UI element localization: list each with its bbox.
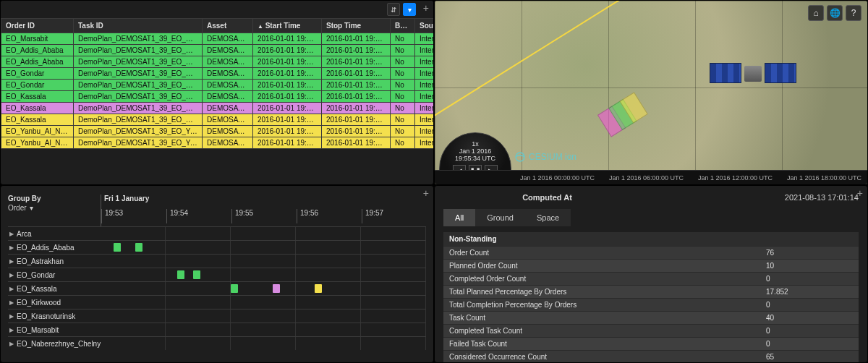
gantt-bar[interactable]	[231, 284, 238, 293]
timeline-tick: Jan 1 2016 00:00:00 UTC	[520, 174, 595, 182]
table-cell: 2016-01-01 19:57:44	[322, 126, 391, 137]
gantt-row-label: ▶EO_Naberezhnye_Chelny	[8, 340, 101, 348]
table-cell: DEMOSAT1-DE	[203, 126, 253, 137]
metric-value: 76	[766, 249, 853, 257]
collapse-button[interactable]: ⇵	[387, 3, 400, 16]
table-row[interactable]: EO_Yanbu_Al_NakhalDemoPlan_DEMOSAT1_39_E…	[1, 137, 435, 149]
expand-triangle-icon[interactable]: ▶	[9, 258, 14, 265]
globe-icon[interactable]: 🌐	[827, 5, 843, 21]
gantt-row[interactable]: ▶EO_Addis_Ababa	[8, 240, 426, 254]
expand-triangle-icon[interactable]: ▶	[9, 272, 14, 278]
table-cell: Internal Plan	[415, 137, 435, 149]
table-cell: DemoPlan_DEMOSAT1_39_EO_Addis_Abab	[74, 56, 203, 68]
sensor-footprint	[597, 93, 647, 137]
chevron-down-icon: ▾	[30, 204, 33, 212]
gantt-bar[interactable]	[114, 243, 121, 252]
gantt-bar[interactable]	[273, 284, 280, 293]
table-cell: EO_Addis_Ababa	[1, 45, 74, 56]
table-cell: EO_Kassala	[1, 91, 74, 103]
metric-value: 0	[766, 301, 853, 309]
table-cell: 2016-01-01 19:57:55	[253, 137, 322, 149]
expand-triangle-icon[interactable]: ▶	[9, 341, 14, 347]
viewer-timeline[interactable]: Jan 1 2016 00:00:00 UTCJan 1 2016 06:00:…	[435, 170, 867, 184]
expand-triangle-icon[interactable]: ▶	[9, 286, 14, 292]
tab-ground[interactable]: Ground	[475, 209, 525, 226]
column-header[interactable]: Bonus	[391, 19, 415, 33]
metric-value: 17.852	[766, 288, 853, 296]
table-cell: Internal Plan	[415, 126, 435, 137]
gantt-tick: 19:54	[166, 209, 231, 223]
table-cell: Internal Plan	[415, 80, 435, 91]
timeline-tick: Jan 1 2016 12:00:00 UTC	[698, 174, 773, 182]
gantt-bar[interactable]	[193, 270, 200, 279]
table-cell: DEMOSAT1-DE	[203, 80, 253, 91]
gantt-lane	[101, 282, 426, 295]
column-header[interactable]: Source	[415, 19, 435, 33]
table-cell: EO_Marsabit	[1, 33, 74, 45]
expand-triangle-icon[interactable]: ▶	[9, 313, 14, 320]
expand-triangle-icon[interactable]: ▶	[9, 244, 14, 251]
expand-triangle-icon[interactable]: ▶	[9, 327, 14, 333]
table-cell: 2016-01-01 19:54:04	[253, 68, 322, 80]
gantt-row-label: ▶EO_Gondar	[8, 271, 101, 279]
table-cell: Internal Plan	[415, 103, 435, 114]
table-cell: 2016-01-01 19:53:03	[253, 45, 322, 56]
column-header[interactable]: Task ID	[74, 19, 203, 33]
filter-button[interactable]: ▾	[403, 3, 416, 16]
table-row[interactable]: EO_GondarDemoPlan_DEMOSAT1_39_EO_Gondar_…	[1, 80, 435, 91]
gantt-row-label: ▶EO_Krasnoturinsk	[8, 312, 101, 320]
metric-value: 0	[766, 275, 853, 283]
table-cell: DEMOSAT1-DE	[203, 33, 253, 45]
tab-all[interactable]: All	[443, 209, 475, 226]
gantt-row[interactable]: ▶EO_Kirkwood	[8, 295, 426, 309]
table-cell: DEMOSAT1-DE	[203, 68, 253, 80]
table-cell: DemoPlan_DEMOSAT1_39_EO_Gondar_PAN	[74, 68, 203, 80]
gantt-bar[interactable]	[315, 284, 322, 293]
table-row[interactable]: EO_KassalaDemoPlan_DEMOSAT1_39_EO_Kassal…	[1, 114, 435, 126]
gantt-row[interactable]: ▶EO_Naberezhnye_Chelny	[8, 336, 426, 350]
gantt-row[interactable]: ▶Arca	[8, 226, 426, 240]
table-row[interactable]: EO_Addis_AbabaDemoPlan_DEMOSAT1_39_EO_Ad…	[1, 45, 435, 56]
column-header[interactable]: Order ID	[1, 19, 74, 33]
table-row[interactable]: EO_GondarDemoPlan_DEMOSAT1_39_EO_Gondar_…	[1, 68, 435, 80]
table-cell: 2016-01-01 19:58:00	[322, 137, 391, 149]
home-icon[interactable]: ⌂	[808, 5, 824, 21]
table-row[interactable]: EO_Addis_AbabaDemoPlan_DEMOSAT1_39_EO_Ad…	[1, 56, 435, 68]
gantt-row[interactable]: ▶EO_Astrakhan	[8, 254, 426, 268]
table-row[interactable]: EO_KassalaDemoPlan_DEMOSAT1_39_EO_Kassal…	[1, 103, 435, 114]
expand-icon[interactable]: +	[423, 2, 429, 14]
gantt-row[interactable]: ▶EO_Kassala	[8, 281, 426, 295]
table-cell: No	[391, 126, 415, 137]
tab-space[interactable]: Space	[525, 209, 571, 226]
table-cell: Internal Plan	[415, 68, 435, 80]
gantt-tick: 19:53	[101, 209, 166, 223]
group-by-selector[interactable]: Order ▾	[8, 204, 101, 212]
table-cell: EO_Gondar	[1, 68, 74, 80]
table-row[interactable]: EO_MarsabitDemoPlan_DEMOSAT1_39_EO_Marsa…	[1, 33, 435, 45]
globe-viewer[interactable]: ⌂ 🌐 ? CESIUM ion 1x Jan 1 2016 19:55:34 …	[435, 1, 867, 184]
column-header[interactable]: Stop Time	[322, 19, 391, 33]
expand-triangle-icon[interactable]: ▶	[9, 231, 14, 237]
satellite-model	[710, 63, 796, 85]
table-row[interactable]: EO_Yanbu_Al_NakhalDemoPlan_DEMOSAT1_39_E…	[1, 126, 435, 137]
gantt-lane	[101, 296, 426, 309]
gantt-row[interactable]: ▶EO_Marsabit	[8, 323, 426, 336]
gantt-row[interactable]: ▶EO_Krasnoturinsk	[8, 309, 426, 323]
gantt-row[interactable]: ▶EO_Gondar	[8, 268, 426, 281]
table-cell: 2016-01-01 19:55:34	[253, 103, 322, 114]
gantt-row-label: ▶EO_Addis_Ababa	[8, 244, 101, 252]
expand-triangle-icon[interactable]: ▶	[9, 299, 14, 306]
column-header[interactable]: ▲ Start Time	[253, 19, 322, 33]
table-cell: 2016-01-01 19:54:20	[253, 80, 322, 91]
table-cell: 2016-01-01 19:56:19	[322, 114, 391, 126]
table-row[interactable]: EO_KassalaDemoPlan_DEMOSAT1_39_EO_Kassal…	[1, 91, 435, 103]
table-cell: 2016-01-01 19:52:25	[253, 33, 322, 45]
gantt-bar[interactable]	[177, 270, 184, 279]
column-header[interactable]: Asset	[203, 19, 253, 33]
table-cell: 2016-01-01 19:53:23	[253, 56, 322, 68]
metric-row: Failed Task Count0	[443, 337, 859, 350]
help-icon[interactable]: ?	[846, 5, 861, 21]
clock-speed: 1x	[440, 140, 511, 148]
metric-key: Task Count	[449, 314, 766, 322]
gantt-bar[interactable]	[135, 243, 142, 252]
